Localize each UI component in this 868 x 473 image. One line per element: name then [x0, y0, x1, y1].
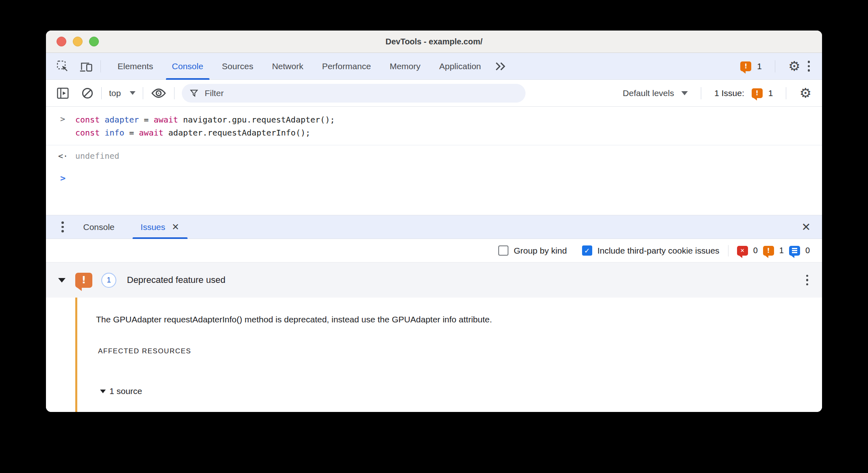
tab-elements[interactable]: Elements	[108, 53, 163, 80]
sources-label: 1 source	[109, 386, 142, 396]
divider	[143, 87, 143, 99]
issue-menu-kebab-icon[interactable]	[805, 273, 810, 287]
filter-input[interactable]	[205, 88, 518, 98]
live-expression-eye-icon[interactable]	[150, 87, 167, 99]
main-tab-bar: Elements Console Sources Network Perform…	[46, 53, 822, 80]
tab-application[interactable]: Application	[430, 53, 491, 80]
main-menu-kebab-icon[interactable]	[806, 59, 812, 73]
more-tabs-icon[interactable]	[494, 61, 506, 72]
devtools-window: DevTools - example.com/ Elements Console…	[46, 31, 822, 412]
issue-count-pill: 1	[101, 273, 116, 288]
console-prompt[interactable]: >	[60, 173, 822, 183]
drawer-tab-console[interactable]: Console	[75, 215, 123, 239]
divider	[101, 87, 102, 99]
divider	[775, 60, 775, 72]
funnel-icon	[189, 88, 199, 98]
issues-warning-badge[interactable]: !	[740, 61, 751, 71]
console-messages: > const adapter = await navigator.gpu.re…	[46, 107, 822, 215]
error-count: 0	[753, 246, 758, 255]
console-sidebar-icon[interactable]	[57, 87, 70, 100]
divider	[728, 245, 728, 256]
divider	[701, 87, 701, 99]
issues-toolbar: Group by kind ✓ Include third-party cook…	[46, 239, 822, 263]
issue-counter-badge[interactable]: !	[752, 88, 763, 98]
third-party-cookies-label[interactable]: Include third-party cookie issues	[598, 246, 720, 256]
issue-counter-label[interactable]: 1 Issue:	[714, 88, 744, 98]
settings-gear-icon[interactable]: ⚙	[788, 59, 800, 73]
issue-title: Deprecated feature used	[127, 275, 225, 285]
zoom-window-button[interactable]	[89, 37, 99, 46]
close-window-button[interactable]	[57, 37, 66, 46]
console-settings-gear-icon[interactable]: ⚙	[799, 86, 811, 100]
info-filter-badge[interactable]	[789, 246, 800, 256]
expand-sources-triangle-icon	[100, 390, 106, 393]
warning-filter-badge[interactable]: !	[763, 246, 774, 256]
close-drawer-icon[interactable]: ✕	[801, 221, 811, 232]
drawer-tab-issues[interactable]: Issues ✕	[133, 215, 188, 239]
context-selector[interactable]: top	[109, 88, 135, 98]
divider	[174, 87, 174, 99]
code-line-2: const info = await adapter.requestAdapte…	[75, 126, 776, 139]
third-party-cookies-checkbox[interactable]: ✓	[582, 245, 592, 256]
divider	[786, 87, 786, 99]
traffic-lights	[57, 37, 99, 46]
expand-issue-triangle-icon[interactable]	[58, 278, 65, 282]
warning-count: 1	[779, 246, 784, 255]
inspect-element-icon[interactable]	[57, 60, 69, 72]
issue-description: The GPUAdapter requestAdapterInfo() meth…	[96, 315, 798, 324]
chevron-down-icon	[681, 91, 688, 95]
chevron-down-icon	[130, 91, 135, 95]
close-issues-tab-icon[interactable]: ✕	[172, 223, 179, 232]
console-command: > const adapter = await navigator.gpu.re…	[46, 107, 822, 145]
group-by-kind-label[interactable]: Group by kind	[514, 246, 567, 256]
issue-counter-count: 1	[768, 88, 773, 98]
console-result: <· undefined	[46, 145, 822, 161]
log-levels-selector[interactable]: Default levels	[623, 88, 688, 98]
return-value-icon: <·	[58, 151, 68, 161]
issue-body: The GPUAdapter requestAdapterInfo() meth…	[46, 298, 822, 412]
command-chevron-icon: >	[60, 114, 65, 124]
tab-sources[interactable]: Sources	[213, 53, 263, 80]
console-toolbar: top Default levels 1 Issue: !	[46, 80, 822, 107]
tab-memory[interactable]: Memory	[380, 53, 430, 80]
filter-box	[182, 84, 526, 103]
divider	[100, 60, 101, 72]
group-by-kind-checkbox[interactable]	[498, 245, 508, 256]
issue-header-row[interactable]: ! 1 Deprecated feature used	[46, 263, 822, 298]
tab-network[interactable]: Network	[263, 53, 313, 80]
device-toolbar-icon[interactable]	[79, 60, 93, 72]
drawer-menu-kebab-icon[interactable]	[60, 220, 65, 234]
clear-console-icon[interactable]	[81, 87, 94, 100]
window-title: DevTools - example.com/	[46, 37, 822, 46]
tab-performance[interactable]: Performance	[313, 53, 380, 80]
info-count: 0	[805, 246, 810, 255]
code-line-1: const adapter = await navigator.gpu.requ…	[75, 113, 776, 126]
result-value: undefined	[75, 151, 119, 161]
affected-resources-heading: AFFECTED RESOURCES	[98, 347, 191, 355]
sources-expander[interactable]: 1 source	[100, 386, 142, 396]
title-bar: DevTools - example.com/	[46, 31, 822, 53]
issue-severity-rule	[75, 298, 77, 412]
drawer-tab-bar: Console Issues ✕ ✕	[46, 215, 822, 239]
error-filter-badge[interactable]: ✕	[737, 246, 748, 256]
minimize-window-button[interactable]	[73, 37, 83, 46]
issues-badge-count: 1	[757, 61, 762, 71]
tab-console[interactable]: Console	[163, 53, 213, 80]
deprecation-warning-icon: !	[75, 273, 92, 288]
